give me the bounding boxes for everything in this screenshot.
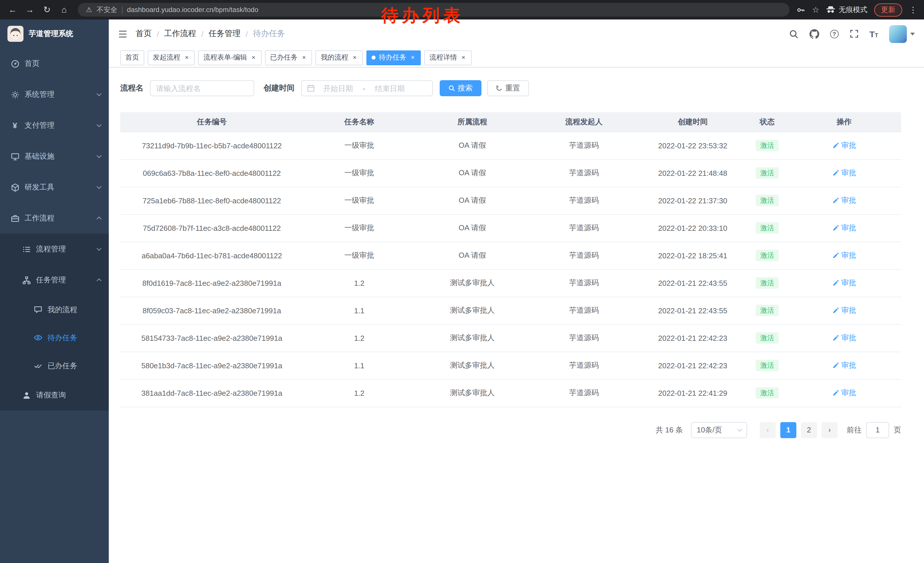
close-icon[interactable]: × <box>352 54 358 61</box>
sidebar-item-task-mgmt[interactable]: 任务管理 <box>0 264 109 296</box>
approve-link[interactable]: 审批 <box>832 168 856 178</box>
edit-icon <box>832 389 839 396</box>
close-icon[interactable]: × <box>460 54 466 61</box>
edit-icon <box>832 279 839 286</box>
start-date-input[interactable] <box>317 81 359 95</box>
table-row[interactable]: 73211d9d-7b9b-11ec-b5b7-acde48001122 一级审… <box>120 132 901 159</box>
cell-task-name: 1.2 <box>303 269 415 297</box>
approve-link[interactable]: 审批 <box>832 388 856 398</box>
end-date-input[interactable] <box>369 81 411 95</box>
date-range-picker[interactable]: - <box>301 80 432 96</box>
breadcrumb-home[interactable]: 首页 <box>136 29 152 39</box>
table-row[interactable]: 580e1b3d-7ac8-11ec-a9e2-a2380e71991a 1.1… <box>120 352 901 379</box>
reset-button[interactable]: 重置 <box>487 80 529 96</box>
cell-starter: 芋道源码 <box>530 324 638 352</box>
approve-link[interactable]: 审批 <box>832 305 856 315</box>
cell-create-time: 2022-01-21 22:42:23 <box>638 352 747 379</box>
table-row[interactable]: 725a1eb6-7b88-11ec-8ef0-acde48001122 一级审… <box>120 187 901 214</box>
update-button[interactable]: 更新 <box>874 3 902 17</box>
github-icon[interactable] <box>809 29 819 39</box>
tab-home[interactable]: 首页 <box>120 50 144 65</box>
cell-action: 审批 <box>787 297 901 324</box>
approve-link[interactable]: 审批 <box>832 278 856 288</box>
table-row[interactable]: 58154733-7ac8-11ec-a9e2-a2380e71991a 1.2… <box>120 324 901 352</box>
forward-button[interactable]: → <box>23 3 37 17</box>
close-icon[interactable]: × <box>184 54 190 61</box>
user-menu[interactable] <box>889 25 915 43</box>
sidebar-item-infrastructure[interactable]: 基础设施 <box>0 141 109 172</box>
table-row[interactable]: 381aa1dd-7ac8-11ec-a9e2-a2380e71991a 1.2… <box>120 379 901 407</box>
tab-process-form-edit[interactable]: 流程表单-编辑 × <box>198 50 262 65</box>
page-size-select[interactable]: 10条/页 <box>691 422 747 438</box>
goto-page-input[interactable] <box>866 422 889 438</box>
search-button[interactable]: 搜索 <box>440 80 481 96</box>
next-page-button[interactable]: › <box>822 422 837 438</box>
avatar[interactable] <box>889 25 907 43</box>
eye-icon <box>33 333 42 342</box>
sidebar-item-payment[interactable]: ¥ 支付管理 <box>0 110 109 141</box>
table-body: 73211d9d-7b9b-11ec-b5b7-acde48001122 一级审… <box>120 132 901 407</box>
tab-todo-tasks[interactable]: 待办任务 × <box>366 50 421 65</box>
sidebar-item-system[interactable]: 系统管理 <box>0 79 109 110</box>
breadcrumb-workflow[interactable]: 工作流程 <box>164 29 196 39</box>
cell-task-name: 一级审批 <box>303 132 415 159</box>
cell-task-name: 一级审批 <box>303 242 415 269</box>
sidebar-toggle-button[interactable] <box>118 30 128 38</box>
sidebar-item-done-tasks[interactable]: 已办任务 <box>0 352 109 380</box>
close-icon[interactable]: × <box>410 54 416 61</box>
table-row[interactable]: a6aba0a4-7b6d-11ec-b781-acde48001122 一级审… <box>120 242 901 269</box>
approve-link[interactable]: 审批 <box>832 333 856 343</box>
tab-my-process[interactable]: 我的流程 × <box>316 50 363 65</box>
fullscreen-icon[interactable] <box>849 29 858 38</box>
cell-create-time: 2022-01-21 22:43:55 <box>638 297 747 324</box>
chevron-down-icon <box>97 184 102 189</box>
cell-starter: 芋道源码 <box>530 297 638 324</box>
cell-task-name: 一级审批 <box>303 214 415 242</box>
refresh-icon <box>495 85 502 92</box>
search-icon <box>448 85 455 92</box>
tab-process-detail[interactable]: 流程详情 × <box>424 50 471 65</box>
sidebar-item-process-mgmt[interactable]: 流程管理 <box>0 234 109 264</box>
page-button-2[interactable]: 2 <box>801 422 817 438</box>
sidebar-item-workflow[interactable]: 工作流程 <box>0 203 109 234</box>
sidebar-item-my-process[interactable]: 我的流程 <box>0 296 109 324</box>
search-icon[interactable] <box>789 29 798 39</box>
approve-link[interactable]: 审批 <box>832 250 856 261</box>
home-button[interactable]: ⌂ <box>57 3 71 17</box>
tab-done-tasks[interactable]: 已办任务 × <box>265 50 312 65</box>
breadcrumb-separator: / <box>201 30 203 38</box>
table-row[interactable]: 8f059c03-7ac8-11ec-a9e2-a2380e71991a 1.1… <box>120 297 901 324</box>
close-icon[interactable]: × <box>301 54 307 61</box>
browser-menu-button[interactable]: ⋮ <box>909 5 917 14</box>
sidebar-item-home[interactable]: 首页 <box>0 48 109 79</box>
approve-link[interactable]: 审批 <box>832 140 856 151</box>
breadcrumb-task-mgmt[interactable]: 任务管理 <box>208 29 241 39</box>
tab-start-process[interactable]: 发起流程 × <box>148 50 195 65</box>
process-name-input[interactable] <box>150 80 254 96</box>
sidebar-item-devtools[interactable]: 研发工具 <box>0 172 109 203</box>
briefcase-icon <box>10 214 20 223</box>
close-icon[interactable]: × <box>250 54 256 61</box>
app-logo[interactable]: 芋道管理系统 <box>0 20 109 48</box>
cell-status: 激活 <box>747 242 787 269</box>
page-button-1[interactable]: 1 <box>780 422 796 438</box>
font-size-icon[interactable]: TT <box>869 29 878 39</box>
cube-icon <box>10 183 20 192</box>
reload-button[interactable]: ↻ <box>40 3 54 17</box>
key-icon[interactable] <box>796 6 805 14</box>
table-row[interactable]: 069c6a63-7b8a-11ec-8ef0-acde48001122 一级审… <box>120 159 901 187</box>
table-row[interactable]: 75d72608-7b7f-11ec-a3c8-acde48001122 一级审… <box>120 214 901 242</box>
approve-link[interactable]: 审批 <box>832 195 856 206</box>
cell-task-id: 75d72608-7b7f-11ec-a3c8-acde48001122 <box>120 214 303 242</box>
prev-page-button[interactable]: ‹ <box>760 422 776 438</box>
help-icon[interactable]: ? <box>830 30 838 38</box>
sidebar-item-todo-tasks[interactable]: 待办任务 <box>0 324 109 352</box>
cell-create-time: 2022-01-22 20:33:10 <box>638 214 747 242</box>
sidebar-item-label: 支付管理 <box>25 120 54 131</box>
bookmark-star-icon[interactable]: ☆ <box>812 5 819 14</box>
approve-link[interactable]: 审批 <box>832 223 856 233</box>
approve-link[interactable]: 审批 <box>832 360 856 371</box>
table-row[interactable]: 8f0d1619-7ac8-11ec-a9e2-a2380e71991a 1.2… <box>120 269 901 297</box>
back-button[interactable]: ← <box>6 3 20 17</box>
sidebar-item-leave-query[interactable]: 请假查询 <box>0 380 109 411</box>
